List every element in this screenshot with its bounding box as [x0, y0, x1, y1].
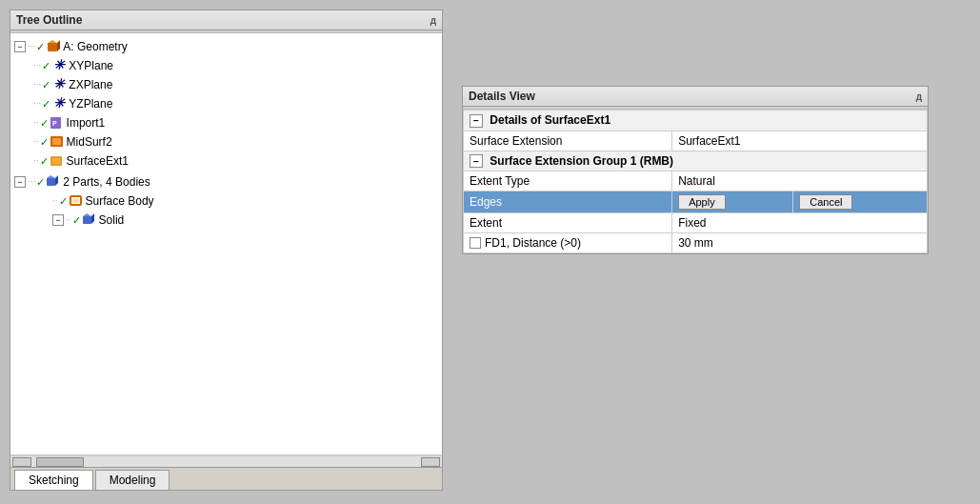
row-label-extent-type: Extent Type [464, 171, 672, 192]
collapse-parts-icon[interactable]: − [14, 176, 26, 188]
zxplane-icon: ✳ [51, 77, 67, 92]
table-row: − Surface Extension Group 1 (RMB) [464, 151, 928, 171]
svg-rect-8 [52, 158, 60, 164]
midsurf-icon [50, 134, 65, 150]
yzplane-label: YZPlane [69, 95, 112, 112]
collapse-solid-icon[interactable]: − [52, 214, 64, 226]
parts-icon [46, 174, 61, 190]
table-row: FD1, Distance (>0) 30 mm [464, 233, 928, 253]
collapse-details-btn[interactable]: − [470, 114, 483, 128]
apply-cell: Apply [672, 192, 793, 213]
tree-connector: ··· [33, 76, 41, 93]
check-icon: ✓ [36, 38, 45, 55]
tree-connector: ··· [28, 38, 35, 55]
row-label-extent: Extent [464, 213, 672, 233]
surfbody-icon [69, 193, 84, 209]
svg-marker-16 [91, 213, 94, 224]
tree-connector: ·· [33, 152, 39, 170]
geometry-icon [46, 39, 61, 54]
check-icon: ✓ [72, 212, 81, 229]
list-item[interactable]: ·· ✓ SurfaceExt1 [31, 151, 440, 171]
svg-marker-11 [55, 175, 58, 186]
xyplane-label: XYPlane [69, 57, 113, 74]
surfbody-label: Surface Body [86, 192, 154, 210]
row-label-fd1: FD1, Distance (>0) [464, 233, 672, 253]
svg-rect-9 [47, 178, 55, 186]
details-table: − Details of SurfaceExt1 Surface Extensi… [463, 110, 928, 253]
midsurf2-label: MidSurf2 [67, 133, 112, 151]
check-icon: ✓ [42, 76, 50, 93]
collapse-group1-btn[interactable]: − [470, 154, 483, 168]
geometry-label: A: Geometry [63, 38, 127, 55]
row-value-extent-type: Natural [672, 171, 928, 192]
list-item[interactable]: − ··· ✓ 2 Parts, 4 Bodies [12, 172, 440, 192]
list-item[interactable]: ·· ✓ Surface Body [50, 192, 440, 211]
row-value-fd1: 30 mm [672, 233, 928, 253]
table-row: − Details of SurfaceExt1 [464, 111, 928, 131]
fd1-label: FD1, Distance (>0) [485, 236, 581, 250]
svg-marker-10 [47, 175, 55, 178]
solid-label: Solid [99, 212, 125, 229]
details-title-bar: Details View д [463, 87, 928, 107]
zxplane-label: ZXPlane [69, 76, 112, 93]
row-value-surface-extension: SurfaceExt1 [672, 131, 928, 151]
apply-button[interactable]: Apply [678, 194, 726, 210]
list-item[interactable]: ·· ✓ MidSurf2 [31, 132, 440, 151]
list-item[interactable]: ··· ✓ ✳ XYPlane [31, 56, 440, 75]
check-icon: ✓ [40, 152, 49, 170]
surfaceext-icon [50, 153, 65, 169]
tree-connector: ·· [33, 114, 39, 131]
row-value-extent: Fixed [672, 213, 928, 233]
tree-connector: ·· [66, 212, 71, 229]
svg-text:P: P [52, 120, 57, 127]
yzplane-icon: ✳ [51, 96, 67, 111]
table-row: Surface Extension SurfaceExt1 [464, 131, 928, 151]
details-view-panel: Details View д − Details of SurfaceExt1 … [462, 86, 929, 254]
cancel-cell: Cancel [793, 192, 928, 213]
tree-inner: − ··· ✓ A: Geometry ··· ✓ ✳ XYPlane ··· … [10, 33, 442, 467]
svg-marker-2 [57, 40, 60, 51]
list-item[interactable]: ·· ✓ P Import1 [31, 113, 440, 132]
parts-label: 2 Parts, 4 Bodies [63, 173, 150, 191]
surfaceext1-label: SurfaceExt1 [67, 152, 129, 170]
svg-rect-0 [48, 43, 57, 51]
import-icon: P [50, 115, 65, 131]
details-section-title: Details of SurfaceExt1 [490, 113, 610, 127]
check-icon: ✓ [42, 95, 50, 112]
solid-icon [82, 212, 97, 228]
list-item[interactable]: − ··· ✓ A: Geometry [12, 37, 440, 56]
list-item[interactable]: ··· ✓ ✳ ZXPlane [31, 75, 440, 94]
table-row: Extent Type Natural [464, 171, 928, 192]
collapse-geometry-icon[interactable]: − [14, 41, 26, 52]
fd1-checkbox[interactable] [470, 237, 481, 249]
check-icon: ✓ [59, 192, 68, 210]
svg-rect-14 [83, 216, 91, 224]
import1-label: Import1 [67, 114, 106, 131]
tab-sketching[interactable]: Sketching [14, 470, 93, 490]
tree-title-bar: Tree Outline д [10, 10, 442, 30]
tree-tabs: Sketching Modeling [10, 467, 442, 490]
table-row[interactable]: Edges Apply Cancel [464, 192, 928, 213]
tree-connector: ··· [33, 57, 41, 74]
tree-horizontal-scrollbar[interactable] [10, 455, 442, 467]
details-pin-icon[interactable]: д [916, 91, 922, 102]
list-item[interactable]: − ·· ✓ Solid [50, 211, 440, 230]
tree-connector: ·· [52, 192, 58, 210]
tree-pin-icon[interactable]: д [430, 15, 436, 26]
check-icon: ✓ [42, 57, 50, 74]
tree-connector: ··· [28, 173, 35, 191]
svg-rect-13 [72, 198, 79, 203]
details-title-label: Details View [469, 90, 535, 103]
tree-connector: ··· [33, 95, 41, 112]
tab-modeling[interactable]: Modeling [95, 470, 170, 490]
tree-connector: ·· [33, 133, 39, 151]
group1-label: Surface Extension Group 1 (RMB) [490, 154, 673, 168]
svg-rect-6 [52, 138, 61, 145]
list-item[interactable]: ··· ✓ ✳ YZPlane [31, 94, 440, 113]
cancel-button[interactable]: Cancel [799, 194, 852, 210]
check-icon: ✓ [40, 114, 49, 131]
row-label-edges: Edges [464, 192, 672, 213]
xyplane-icon: ✳ [51, 58, 67, 73]
table-row: Extent Fixed [464, 213, 928, 233]
tree-outline-panel: Tree Outline д − ··· ✓ A: Geometry ··· ✓… [10, 10, 443, 491]
